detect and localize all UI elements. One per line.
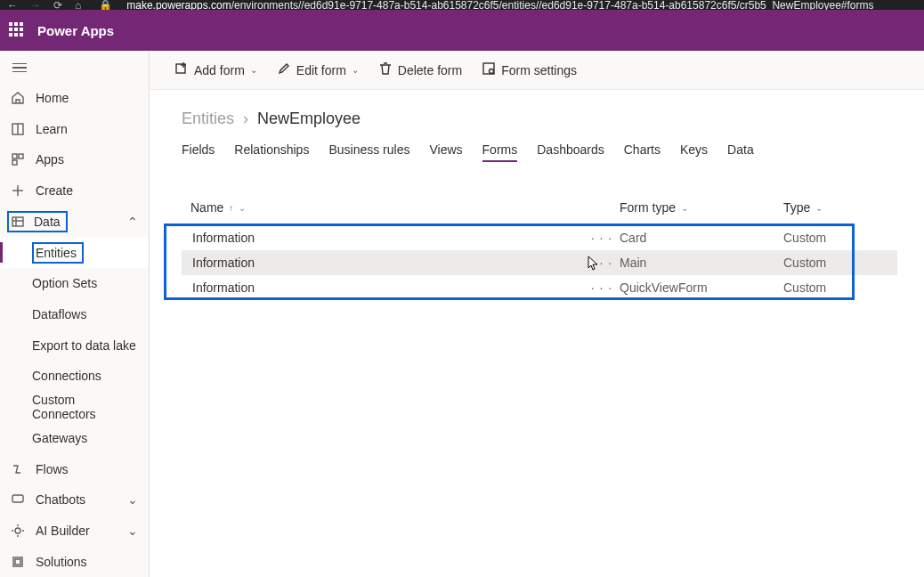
table-header: Name ↑ ⌄ Form type ⌄ Type ⌄ [182, 200, 897, 225]
sidebar-item-apps[interactable]: Apps [0, 144, 149, 175]
add-form-icon [174, 61, 189, 78]
url-text: make.powerapps.com/environments//ed6d91e… [126, 0, 873, 10]
tab-relationships[interactable]: Relationships [234, 142, 309, 162]
sidebar: Home Learn Apps Create Data ⌃ Entities O… [0, 51, 150, 577]
table-row[interactable]: Information · · · Main Custom [182, 250, 897, 275]
sidebar-item-label: Gateways [32, 431, 87, 445]
app-name: Power Apps [37, 23, 114, 38]
sidebar-item-solutions[interactable]: Solutions [0, 546, 149, 577]
sidebar-item-entities[interactable]: Entities [0, 237, 149, 268]
tab-keys[interactable]: Keys [680, 142, 708, 162]
cell-type: Custom [783, 256, 888, 270]
sidebar-collapse-button[interactable] [0, 53, 149, 83]
sidebar-item-ai-builder[interactable]: AI Builder ⌄ [0, 516, 149, 547]
tab-fields[interactable]: Fields [182, 142, 215, 162]
sidebar-item-export-data-lake[interactable]: Export to data lake [0, 329, 149, 361]
breadcrumb-root[interactable]: Entities [182, 110, 234, 128]
sidebar-item-label: Dataflows [32, 307, 86, 321]
sidebar-item-flows[interactable]: Flows [0, 453, 149, 484]
app-header: Power Apps [0, 10, 924, 51]
svg-point-13 [15, 528, 20, 533]
sidebar-item-chatbots[interactable]: Chatbots ⌄ [0, 484, 149, 516]
chevron-down-icon: ⌄ [681, 203, 688, 213]
forward-icon[interactable]: → [30, 0, 41, 10]
column-header-type[interactable]: Type ⌄ [783, 200, 888, 215]
plus-icon [11, 183, 25, 198]
chevron-down-icon: ⌄ [239, 203, 246, 213]
cell-type: Custom [783, 280, 888, 295]
sidebar-item-learn[interactable]: Learn [0, 113, 149, 144]
row-more-button[interactable]: · · · [584, 256, 620, 270]
app-launcher-icon[interactable] [9, 22, 25, 38]
cmd-label: Delete form [398, 63, 462, 77]
tab-forms[interactable]: Forms [482, 142, 518, 162]
sidebar-item-label: Export to data lake [32, 338, 136, 353]
table-row[interactable]: Information · · · QuickViewForm Custom [182, 275, 897, 300]
sidebar-item-option-sets[interactable]: Option Sets [0, 268, 149, 299]
table-row[interactable]: Information · · · Card Custom [182, 225, 897, 250]
reload-icon[interactable]: ⟳ [53, 0, 62, 10]
sidebar-item-dataflows[interactable]: Dataflows [0, 299, 149, 330]
column-header-name[interactable]: Name ↑ ⌄ [190, 200, 620, 215]
back-icon[interactable]: ← [7, 0, 18, 10]
row-more-button[interactable]: · · · [584, 231, 620, 245]
sidebar-item-label: Chatbots [36, 492, 85, 507]
svg-point-24 [490, 69, 494, 74]
tab-views[interactable]: Views [429, 142, 462, 162]
cell-name: Information [190, 256, 584, 270]
sort-asc-icon: ↑ [229, 203, 233, 213]
sidebar-item-home[interactable]: Home [0, 83, 149, 114]
main-region: Add form ⌄ Edit form ⌄ Delete form Form … [150, 51, 924, 577]
cell-form-type: QuickViewForm [620, 280, 783, 295]
column-header-form-type[interactable]: Form type ⌄ [620, 200, 783, 215]
cell-form-type: Main [620, 256, 783, 270]
sidebar-item-connections[interactable]: Connections [0, 361, 149, 392]
forms-table: Name ↑ ⌄ Form type ⌄ Type ⌄ [182, 200, 897, 300]
tab-business-rules[interactable]: Business rules [328, 142, 409, 162]
sidebar-item-label: Data [34, 215, 61, 229]
home-icon[interactable]: ⌂ [75, 0, 81, 10]
home-icon [11, 91, 25, 105]
data-icon [11, 215, 25, 229]
sidebar-item-gateways[interactable]: Gateways [0, 422, 149, 453]
add-form-button[interactable]: Add form ⌄ [169, 58, 263, 82]
entity-tabs: Fields Relationships Business rules View… [182, 142, 897, 163]
cell-name: Information [190, 280, 584, 295]
settings-icon [482, 61, 496, 78]
command-bar: Add form ⌄ Edit form ⌄ Delete form Form … [150, 51, 924, 90]
sidebar-item-label: AI Builder [36, 524, 90, 538]
chevron-down-icon: ⌄ [352, 65, 359, 75]
cmd-label: Edit form [296, 63, 346, 77]
chevron-down-icon: ⌄ [815, 203, 823, 213]
tab-dashboards[interactable]: Dashboards [537, 142, 604, 162]
tab-charts[interactable]: Charts [624, 142, 661, 162]
apps-icon [11, 152, 25, 167]
solutions-icon [11, 555, 25, 569]
sidebar-item-label: Option Sets [32, 276, 97, 290]
cmd-label: Form settings [501, 63, 577, 77]
edit-icon [277, 61, 291, 78]
chatbot-icon [11, 492, 25, 507]
sidebar-item-label: Flows [36, 462, 69, 476]
sidebar-item-label: Entities [36, 246, 77, 260]
sidebar-item-data[interactable]: Data ⌃ [0, 207, 149, 238]
sidebar-item-label: Apps [36, 152, 64, 167]
sidebar-item-label: Solutions [36, 555, 87, 569]
chevron-right-icon: › [243, 110, 248, 128]
edit-form-button[interactable]: Edit form ⌄ [272, 58, 364, 82]
svg-rect-23 [483, 63, 494, 74]
book-icon [11, 122, 25, 136]
chevron-down-icon: ⌄ [127, 492, 138, 507]
delete-form-button[interactable]: Delete form [373, 58, 467, 82]
hamburger-icon [12, 61, 27, 76]
breadcrumb: Entities › NewEmployee [182, 110, 897, 128]
sidebar-item-custom-connectors[interactable]: Custom Connectors [0, 392, 149, 423]
form-settings-button[interactable]: Form settings [476, 58, 582, 82]
sidebar-item-create[interactable]: Create [0, 175, 149, 207]
lock-icon: 🔒 [99, 0, 112, 10]
row-more-button[interactable]: · · · [584, 280, 620, 295]
browser-nav-icons: ← → ⟳ ⌂ 🔒 [7, 0, 112, 10]
cmd-label: Add form [194, 63, 245, 77]
ai-icon [11, 524, 25, 538]
tab-data[interactable]: Data [727, 142, 754, 162]
